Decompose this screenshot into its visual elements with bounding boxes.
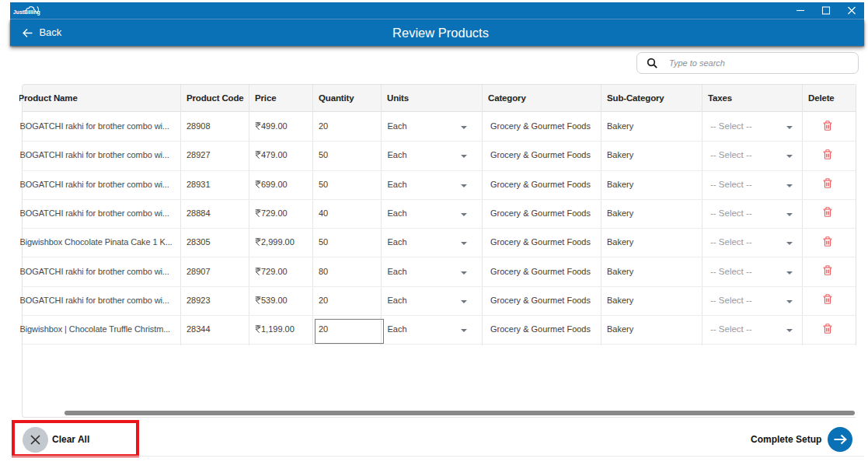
- svg-text:JustBilling: JustBilling: [13, 9, 40, 16]
